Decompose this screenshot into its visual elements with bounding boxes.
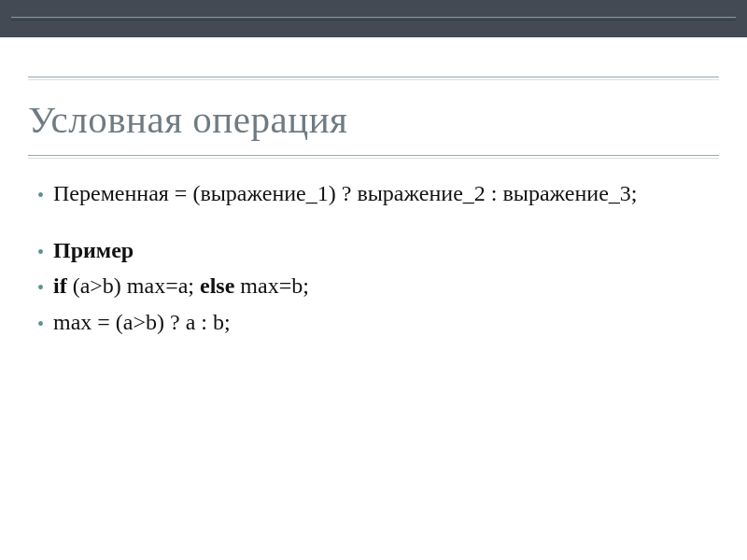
spacer [0, 37, 747, 77]
text: (a>b) max=a; [67, 273, 200, 298]
top-bar-line [11, 17, 736, 21]
text: Переменная = (выражение_1) ? выражение_2… [53, 181, 637, 205]
bullet-icon: • [37, 315, 44, 333]
list-item-text: max = (a>b) ? a : b; [53, 308, 710, 337]
slide: Условная операция •Переменная = (выражен… [0, 0, 747, 560]
list-item: •Пример [37, 236, 710, 265]
bullet-icon: • [37, 243, 44, 261]
bullet-icon: • [37, 278, 44, 297]
slide-body: •Переменная = (выражение_1) ? выражение_… [37, 179, 710, 337]
list-item-text: Переменная = (выражение_1) ? выражение_2… [53, 179, 710, 208]
slide-title: Условная операция [28, 97, 719, 142]
bullet-icon: • [37, 186, 44, 204]
list-item: •max = (a>b) ? a : b; [37, 308, 710, 337]
title-rule-top [28, 77, 719, 80]
list-item-text: if (a>b) max=a; else max=b; [53, 272, 710, 301]
list-item: •if (a>b) max=a; else max=b; [37, 272, 710, 301]
bold-text: Пример [53, 238, 134, 262]
text: max = (a>b) ? a : b; [53, 310, 231, 334]
text: max=b; [234, 273, 309, 298]
list-item-text: Пример [53, 236, 710, 265]
bold-text: if [53, 273, 67, 298]
bold-text: else [200, 273, 234, 298]
list-item: •Переменная = (выражение_1) ? выражение_… [37, 179, 710, 208]
title-rule-bottom [28, 155, 719, 159]
top-bar [0, 0, 747, 37]
